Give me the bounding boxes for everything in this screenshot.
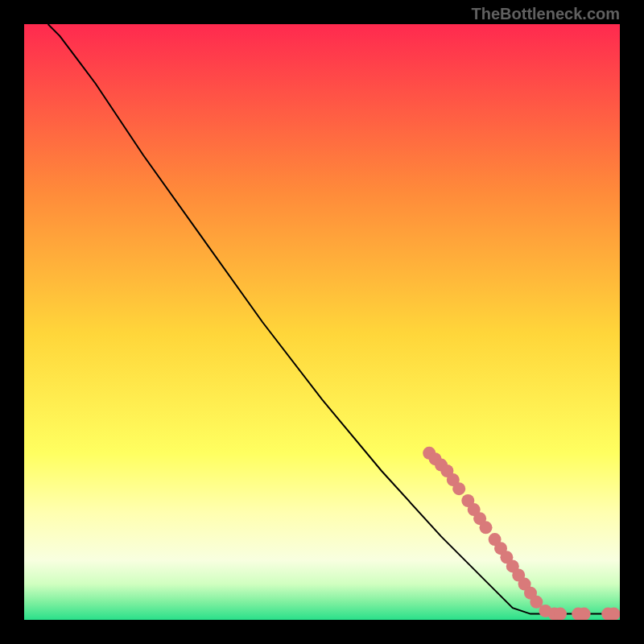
data-dot	[554, 608, 567, 620]
source-attribution: TheBottleneck.com	[472, 5, 620, 23]
chart-plot-area	[24, 24, 620, 620]
gradient-background	[24, 24, 620, 620]
data-dot	[480, 521, 493, 534]
data-dot	[578, 608, 591, 620]
chart-svg	[24, 24, 620, 620]
data-dot	[452, 482, 465, 495]
